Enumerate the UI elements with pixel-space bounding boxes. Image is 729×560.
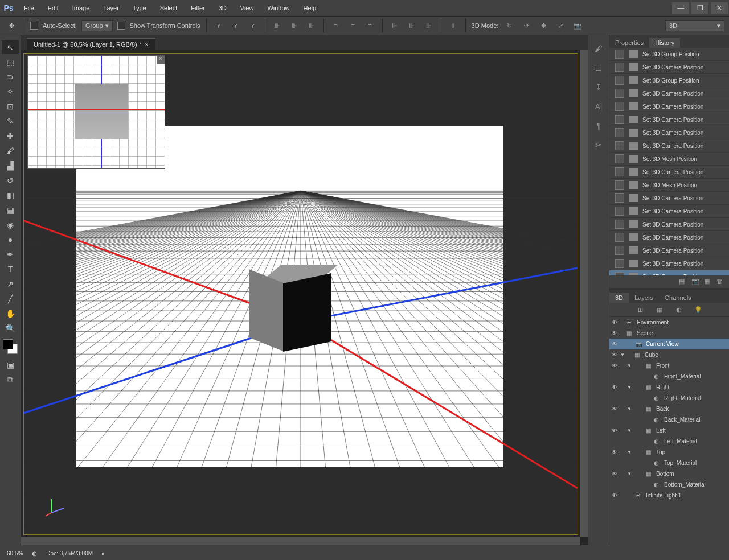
tab-3d[interactable]: 3D: [609, 293, 629, 303]
history-item[interactable]: Set 3D Camera Position: [609, 231, 729, 244]
shape-tool[interactable]: ╱: [2, 292, 19, 306]
menu-select[interactable]: Select: [153, 0, 185, 16]
scene-item-environment[interactable]: 👁☀Environment: [609, 317, 729, 328]
scene-item-back-material[interactable]: ◐Back_Material: [609, 414, 729, 425]
roll-3d-icon[interactable]: ⟳: [520, 19, 533, 32]
scene-item-scene[interactable]: 👁▦Scene: [609, 328, 729, 339]
history-step-checkbox[interactable]: [615, 102, 624, 111]
gradient-tool[interactable]: ▦: [2, 203, 19, 217]
history-step-checkbox[interactable]: [615, 115, 624, 124]
history-step-checkbox[interactable]: [615, 76, 624, 85]
history-step-checkbox[interactable]: [615, 50, 624, 59]
character-panel-icon[interactable]: A|: [592, 100, 605, 113]
zoom-tool[interactable]: 🔍: [2, 322, 19, 335]
scene-item-front-material[interactable]: ◐Front_Material: [609, 371, 729, 382]
document-tab[interactable]: Untitled-1 @ 60,5% (Layer 1, RGB/8) * ×: [27, 38, 155, 50]
filter-light-icon[interactable]: 💡: [692, 303, 705, 316]
align-icon[interactable]: ⫯: [247, 19, 259, 32]
orbit-3d-icon[interactable]: ↻: [503, 19, 515, 32]
history-brush-tool[interactable]: ↺: [2, 174, 19, 187]
align-icon[interactable]: ⫯: [212, 19, 225, 32]
history-item[interactable]: Set 3D Mesh Position: [609, 179, 729, 192]
show-transform-checkbox[interactable]: [117, 22, 125, 30]
move-tool[interactable]: ↖: [2, 40, 19, 54]
paragraph-panel-icon[interactable]: ¶: [592, 120, 605, 132]
menu-help[interactable]: Help: [297, 0, 323, 16]
history-delete-icon[interactable]: 🗑: [716, 278, 724, 286]
scene-item-bottom-material[interactable]: ◐Bottom_Material: [609, 479, 729, 490]
scene-item-current-view[interactable]: 👁📷Current View: [609, 339, 729, 349]
workspace-dropdown[interactable]: 3D▾: [665, 20, 724, 31]
wand-tool[interactable]: ✧: [2, 85, 19, 98]
filter-whole-scene-icon[interactable]: ⊞: [634, 303, 646, 316]
distribute-icon[interactable]: ⊪: [423, 19, 435, 32]
history-item[interactable]: Set 3D Camera Position: [609, 270, 729, 275]
history-step-checkbox[interactable]: [615, 193, 624, 203]
pen-tool[interactable]: ✒: [2, 248, 19, 261]
scrollbar-vertical[interactable]: [580, 50, 588, 537]
restore-button[interactable]: ❐: [691, 2, 708, 14]
scene-tree[interactable]: 👁☀Environment 👁▦Scene 👁📷Current View 👁▼▦…: [609, 317, 729, 545]
hand-tool[interactable]: ✋: [2, 307, 19, 320]
brush-tool[interactable]: 🖌: [2, 144, 19, 158]
auto-select-checkbox[interactable]: [30, 22, 38, 30]
history-item[interactable]: Set 3D Group Position: [609, 48, 729, 61]
history-item[interactable]: Set 3D Mesh Position: [609, 153, 729, 166]
history-camera-icon[interactable]: 📷: [691, 278, 699, 286]
history-item[interactable]: Set 3D Camera Position: [609, 205, 729, 218]
auto-select-dropdown[interactable]: Group ▾: [81, 20, 113, 31]
filter-material-icon[interactable]: ◐: [673, 303, 685, 316]
slide-3d-icon[interactable]: ⤢: [554, 19, 567, 32]
step-panel-icon[interactable]: ↧: [592, 81, 605, 93]
foreground-color[interactable]: [3, 339, 13, 349]
path-tool[interactable]: ↗: [2, 277, 19, 291]
distribute-icon[interactable]: ≡: [364, 19, 376, 32]
menu-filter[interactable]: Filter: [184, 0, 211, 16]
secondary-view[interactable]: ×: [27, 55, 165, 169]
camera-3d-icon[interactable]: 📷: [571, 19, 584, 32]
filter-mesh-icon[interactable]: ▦: [653, 303, 666, 316]
align-icon[interactable]: ⊪: [305, 19, 318, 32]
history-item[interactable]: Set 3D Camera Position: [609, 87, 729, 100]
minimize-button[interactable]: —: [672, 2, 689, 14]
history-new-snapshot-icon[interactable]: ▤: [679, 278, 687, 286]
close-window-button[interactable]: ✕: [711, 2, 728, 14]
history-step-checkbox[interactable]: [615, 154, 624, 163]
stamp-tool[interactable]: ▟: [2, 159, 19, 172]
tools-preset-icon[interactable]: ✂: [592, 139, 605, 151]
history-list[interactable]: Set 3D Group PositionSet 3D Camera Posit…: [609, 48, 729, 275]
history-step-checkbox[interactable]: [615, 89, 624, 98]
scene-item-cube[interactable]: 👁▼▦Cube: [609, 349, 729, 360]
blur-tool[interactable]: ◉: [2, 218, 19, 232]
marquee-tool[interactable]: ⬚: [2, 55, 19, 69]
menu-3d[interactable]: 3D: [212, 0, 234, 16]
type-tool[interactable]: T: [2, 262, 19, 276]
history-step-checkbox[interactable]: [615, 180, 624, 190]
lasso-tool[interactable]: ⊃: [2, 70, 19, 84]
scene-item-back[interactable]: 👁▼▦Back: [609, 403, 729, 414]
history-step-checkbox[interactable]: [615, 63, 624, 72]
tab-history[interactable]: History: [649, 38, 680, 48]
options-icon[interactable]: ⫴: [447, 19, 460, 32]
history-step-checkbox[interactable]: [615, 233, 624, 242]
history-new-icon[interactable]: ▦: [704, 278, 712, 286]
menu-layer[interactable]: Layer: [96, 0, 126, 16]
history-item[interactable]: Set 3D Camera Position: [609, 218, 729, 231]
scene-item-right-material[interactable]: ◐Right_Material: [609, 393, 729, 403]
crop-tool[interactable]: ⊡: [2, 100, 19, 113]
scrollbar-horizontal[interactable]: [21, 537, 580, 545]
canvas-area[interactable]: ×: [21, 50, 588, 545]
eyedropper-tool[interactable]: ✎: [2, 114, 19, 128]
pan-3d-icon[interactable]: ✥: [537, 19, 550, 32]
history-item[interactable]: Set 3D Camera Position: [609, 166, 729, 179]
history-step-checkbox[interactable]: [615, 207, 624, 216]
status-icon[interactable]: ◐: [32, 550, 37, 557]
align-icon[interactable]: ⊪: [271, 19, 284, 32]
color-swatches[interactable]: [3, 339, 18, 354]
menu-image[interactable]: Image: [65, 0, 97, 16]
tab-channels[interactable]: Channels: [659, 293, 697, 303]
scene-item-left[interactable]: 👁▼▦Left: [609, 425, 729, 436]
history-item[interactable]: Set 3D Camera Position: [609, 61, 729, 74]
cube-mesh[interactable]: [252, 265, 331, 350]
menu-type[interactable]: Type: [126, 0, 153, 16]
